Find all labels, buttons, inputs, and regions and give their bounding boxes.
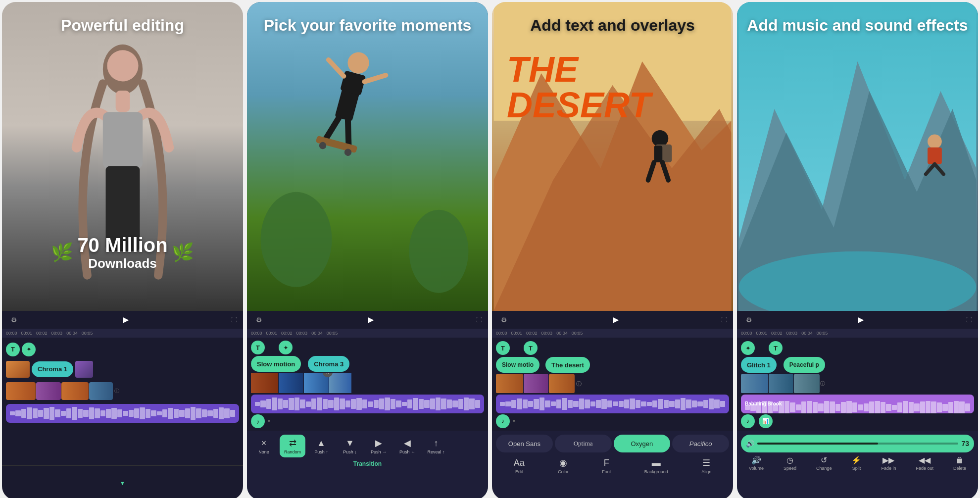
text-icon-3b[interactable]: T	[524, 341, 538, 355]
music-note-icon-4[interactable]: ♪	[741, 414, 755, 428]
text-icon-1[interactable]: T	[6, 343, 20, 356]
effect-pill-desert[interactable]: The desert	[545, 357, 590, 373]
timeline-scrubber-1[interactable]: 00:00 00:01 00:02 00:03 00:04 00:05	[2, 329, 243, 338]
effect-pill-slowmotion-2[interactable]: Slow motion	[251, 356, 301, 372]
phone-screen-4: Add music and sound effects ⚙ ▶ ⛶ 00:00 …	[737, 2, 978, 498]
vtrack-clip-3c[interactable]	[549, 374, 575, 393]
wand-icon-1[interactable]: ✦	[22, 343, 36, 356]
vtrack-clip-3a[interactable]	[496, 374, 523, 393]
vtrack-clip-1[interactable]	[6, 382, 36, 400]
color-icon: ◉	[559, 457, 567, 468]
text-icon-3a[interactable]: T	[496, 341, 510, 355]
timeline-scrubber-2[interactable]: 00:00 00:01 00:02 00:03 00:04 00:05	[247, 329, 488, 338]
vtrack-clip-2b[interactable]	[279, 373, 303, 393]
vtrack-clip-2c[interactable]: ×	[304, 373, 329, 393]
wand-icon-4[interactable]: ✦	[741, 341, 755, 355]
font-opensans[interactable]: Open Sans	[496, 435, 553, 452]
gear-icon-1[interactable]: ⚙	[8, 314, 20, 326]
play-button-3[interactable]: ▶	[611, 315, 621, 325]
tool-delete[interactable]: 🗑 Delete	[953, 456, 966, 471]
trans-btn-reveal[interactable]: ↑ Reveal ↑	[423, 435, 449, 457]
delete-icon: 🗑	[956, 456, 964, 465]
tool-color[interactable]: ◉ Color	[558, 457, 569, 474]
tool-split[interactable]: ⚡ Split	[851, 455, 861, 471]
fullscreen-icon-2[interactable]: ⛶	[476, 316, 482, 323]
effect-pill-peaceful[interactable]: Peaceful p	[784, 357, 825, 373]
effect-pill-chroma3[interactable]: Chroma 3	[308, 356, 349, 372]
trans-btn-none[interactable]: × None	[251, 435, 277, 457]
wand-icon-2[interactable]: ✦	[279, 341, 293, 354]
fullscreen-icon-1[interactable]: ⛶	[231, 316, 237, 323]
fullscreen-icon-3[interactable]: ⛶	[721, 316, 727, 323]
vtrack-clip-4b[interactable]	[769, 374, 793, 393]
text-icon-2a[interactable]: T	[251, 341, 265, 354]
text-icon-4[interactable]: T	[769, 341, 783, 355]
video-track-row-2: ×	[251, 373, 484, 393]
screen1-title: Powerful editing	[2, 16, 243, 35]
effect-pill-glitch1[interactable]: Glitch 1	[741, 357, 777, 373]
timeline-scrubber-4[interactable]: 00:00 00:01 00:02 00:03 00:04 00:05	[737, 329, 978, 338]
trans-btn-push-down[interactable]: ▼ Push ↓	[337, 435, 363, 457]
trans-btn-push-left[interactable]: ◀ Push ←	[394, 435, 420, 457]
desert-text-overlay: THEDESERT	[507, 51, 651, 123]
video-track-row-3: ⓘ	[496, 374, 729, 393]
audio-waveform-3[interactable]	[496, 395, 729, 413]
trans-pushup-icon: ▲	[317, 438, 326, 448]
eq-icon-4[interactable]: 📊	[759, 414, 773, 428]
gear-icon-4[interactable]: ⚙	[743, 314, 755, 326]
audio-waveform-2[interactable]	[251, 395, 484, 413]
trans-btn-random[interactable]: ⇄ Random	[280, 435, 305, 457]
volume-slider[interactable]	[757, 443, 958, 445]
tool-fadein[interactable]: ▶▶ Fade in	[881, 455, 896, 471]
vtrack-clip-4a[interactable]	[741, 374, 768, 393]
align-icon: ☰	[702, 457, 710, 468]
vtrack-clip-2[interactable]	[36, 382, 61, 400]
tool-font[interactable]: F Font	[602, 458, 611, 474]
tool-fadeout[interactable]: ◀◀ Fade out	[916, 455, 933, 471]
font-pacifico[interactable]: Pacifico	[672, 435, 729, 452]
effect-pill-slowmotion-3[interactable]: Slow motio	[496, 357, 539, 373]
svg-point-6	[261, 192, 332, 287]
waveform-bars-1	[10, 406, 235, 420]
editing-area-3: T T Slow motio The desert ⓘ ♪ ▼	[492, 338, 733, 431]
tool-change[interactable]: ↺ Change	[816, 455, 832, 471]
effect-pill-chroma1[interactable]: Chroma 1	[32, 361, 73, 377]
tool-volume[interactable]: 🔊 Volume	[749, 455, 764, 471]
audio-waveform-1[interactable]	[6, 404, 239, 423]
tool-edit[interactable]: Aa Edit	[514, 458, 525, 474]
trans-pushdown-label: Push ↓	[343, 449, 357, 454]
gear-icon-3[interactable]: ⚙	[498, 314, 510, 326]
vtrack-clip-4[interactable]	[89, 382, 113, 400]
tool-align[interactable]: ☰ Align	[701, 457, 711, 474]
fullscreen-icon-4[interactable]: ⛶	[966, 316, 972, 323]
music-note-icon-2[interactable]: ♪	[251, 414, 265, 428]
player-controls-2: ⚙ ▶ ⛶	[247, 311, 488, 329]
music-note-icon-3[interactable]: ♪	[496, 414, 510, 428]
svg-line-11	[325, 60, 346, 76]
play-button-4[interactable]: ▶	[856, 315, 866, 325]
svg-point-30	[928, 134, 942, 149]
audio-row-1	[6, 404, 239, 423]
audio-waveform-4[interactable]: Babbling Brook	[741, 395, 974, 413]
svg-point-21	[652, 130, 669, 147]
tool-speed[interactable]: ◷ Speed	[784, 455, 796, 471]
vtrack-clip-3[interactable]	[61, 382, 89, 400]
timeline-scrubber-3[interactable]: 00:00 00:01 00:02 00:03 00:04 00:05	[492, 329, 733, 338]
gear-icon-2[interactable]: ⚙	[253, 314, 265, 326]
svg-point-4	[107, 50, 138, 81]
play-button-1[interactable]: ▶	[121, 315, 131, 325]
trans-btn-push-up[interactable]: ▲ Push ↑	[308, 435, 334, 457]
vtrack-clip-3b[interactable]	[524, 374, 548, 393]
vtrack-clip-2a[interactable]	[251, 373, 278, 393]
clip-thumbnail-1a[interactable]	[6, 361, 30, 378]
trans-btn-push-right[interactable]: ▶ Push →	[366, 435, 392, 457]
tool-edit-label: Edit	[515, 469, 523, 474]
volume-slider-row[interactable]: 🔊 73	[741, 435, 974, 452]
clip-thumbnail-1b[interactable]	[75, 361, 93, 378]
font-oxygen[interactable]: Oxygen	[614, 435, 671, 452]
play-button-2[interactable]: ▶	[366, 315, 376, 325]
vtrack-clip-2d[interactable]	[329, 373, 351, 393]
tool-background[interactable]: ▬ Background	[644, 458, 668, 474]
font-optima[interactable]: Optima	[555, 435, 612, 452]
vtrack-clip-4c[interactable]	[794, 374, 820, 393]
